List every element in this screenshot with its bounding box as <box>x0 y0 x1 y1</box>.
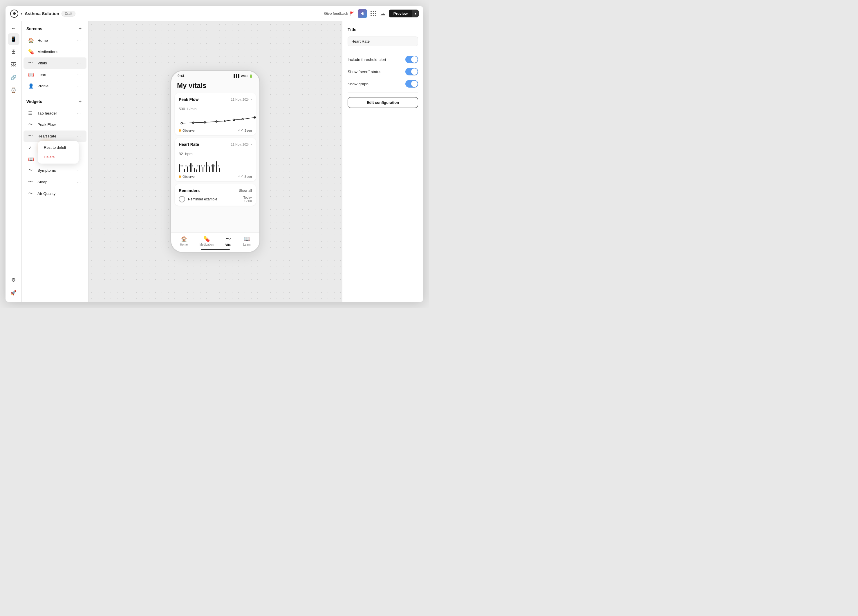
screen-item-vitals[interactable]: 〜 Vitals ··· <box>23 57 87 69</box>
widget-item-heart-rate[interactable]: 〜 Heart Rate ··· Rest to defult Delete <box>23 130 87 142</box>
screen-label-profile: Profile <box>37 84 76 88</box>
widget-label-sleep: Sleep <box>37 180 76 184</box>
chevron-right-icon2: › <box>251 143 252 146</box>
show-all-link[interactable]: Show all <box>239 189 252 192</box>
give-feedback-button[interactable]: Give feedback 🚩 <box>324 11 354 16</box>
show-graph-toggle[interactable] <box>405 80 418 88</box>
phone-nav-medication[interactable]: 💊 Medication <box>200 236 214 246</box>
widget-label-symptoms: Symptoms <box>37 168 76 172</box>
widget-item-sleep[interactable]: 〜 Sleep ··· <box>23 176 87 188</box>
screen-more-medications[interactable]: ··· <box>76 49 82 54</box>
right-panel: Title Include threshold alert Show "seen… <box>342 21 423 302</box>
draft-badge: Draft <box>62 11 75 17</box>
medications-icon: 💊 <box>28 49 34 54</box>
phone-nav-medication-label: Medication <box>200 243 214 246</box>
screens-title: Screens <box>26 26 42 31</box>
sidebar-icon-connect[interactable]: 🔗 <box>8 71 19 83</box>
preview-button[interactable]: Preview <box>389 9 412 17</box>
phone-home-indicator <box>201 249 230 250</box>
sidebar-icon-settings[interactable]: ⚙ <box>8 274 19 286</box>
screen-label-vitals: Vitals <box>37 61 76 65</box>
home-icon: 🏠 <box>28 38 34 43</box>
widget-item-air-quality[interactable]: 〜 Air Quality ··· <box>23 188 87 199</box>
learn-icon: 📖 <box>28 72 34 78</box>
signal-icon: ▐▐▐ <box>232 74 239 78</box>
context-menu-reset[interactable]: Rest to defult <box>40 143 77 152</box>
sleep-icon: 〜 <box>28 179 34 185</box>
phone-nav-learn[interactable]: 📖 Learn <box>243 236 251 246</box>
screen-item-learn[interactable]: 📖 Learn ··· <box>23 69 87 80</box>
sidebar-icon-rocket[interactable]: 🚀 <box>8 287 19 298</box>
back-button[interactable]: ← <box>10 25 17 32</box>
heart-rate-date: 11 Nov, 2024 › <box>231 143 252 146</box>
widgets-section-header: Widgets + <box>22 94 88 107</box>
screen-more-home[interactable]: ··· <box>76 37 82 43</box>
peak-flow-date: 11 Nov, 2024 › <box>231 98 252 101</box>
threshold-toggle-knob <box>411 56 418 63</box>
widget-more-sleep[interactable]: ··· <box>76 179 82 185</box>
screen-item-home[interactable]: 🏠 Home ··· <box>23 35 87 46</box>
heart-rate-observe: Observe <box>179 175 195 178</box>
phone-nav-vital-icon: 〜 <box>226 236 231 242</box>
add-widget-button[interactable]: + <box>76 98 84 105</box>
topbar-left: ⊕ ▾ Asthma Solution Draft <box>10 9 321 18</box>
profile-icon: 👤 <box>28 83 34 89</box>
phone-status-icons: ▐▐▐ WiFi 🔋 <box>232 74 253 78</box>
divider-2 <box>348 92 418 93</box>
phone-nav-vital[interactable]: 〜 Vital <box>225 236 232 247</box>
widget-more-heart-rate[interactable]: ··· <box>76 133 82 139</box>
context-menu-delete[interactable]: Delete <box>40 152 77 162</box>
preview-dropdown-button[interactable]: ▾ <box>412 10 419 17</box>
screen-item-profile[interactable]: 👤 Profile ··· <box>23 80 87 92</box>
seen-status-toggle[interactable] <box>405 68 418 75</box>
preview-button-wrap: Preview ▾ <box>389 9 419 17</box>
phone-nav-learn-label: Learn <box>243 243 251 246</box>
screen-item-medications[interactable]: 💊 Medications ··· <box>23 46 87 57</box>
sidebar-icon-phone[interactable]: 📱 <box>8 33 19 45</box>
reminder-item: Reminder example Today 12:00 <box>179 196 252 203</box>
sidebar-icon-gallery[interactable]: 🖼 <box>8 59 19 70</box>
peak-flow-seen: ✓✓ Seen <box>238 129 252 132</box>
seen-status-label: Show "seen" status <box>348 70 381 74</box>
phone-nav-medication-icon: 💊 <box>204 236 210 242</box>
battery-icon: 🔋 <box>249 74 253 78</box>
sidebar-icon-watch[interactable]: ⌚ <box>8 84 19 96</box>
threshold-toggle[interactable] <box>405 56 418 63</box>
show-graph-toggle-knob <box>411 81 418 87</box>
app-logo: ⊕ <box>10 9 18 18</box>
reminders-icon: ✓ <box>28 145 34 151</box>
chevron-down-icon[interactable]: ▾ <box>20 12 22 16</box>
phone-status-bar: 9:41 ▐▐▐ WiFi 🔋 <box>171 71 260 79</box>
screen-more-profile[interactable]: ··· <box>76 83 82 89</box>
reminders-card: Reminders Show all Reminder example Toda… <box>175 184 256 206</box>
screen-more-vitals[interactable]: ··· <box>76 61 82 66</box>
widget-item-symptoms[interactable]: 〜 Symptoms ··· <box>23 165 87 176</box>
center-canvas: 9:41 ▐▐▐ WiFi 🔋 My vitals Peak Flow <box>89 21 342 302</box>
widget-label-heart-rate: Heart Rate <box>37 134 76 138</box>
widget-more-tab-header[interactable]: ··· <box>76 110 82 116</box>
phone-nav-home-label: Home <box>180 243 188 246</box>
apps-grid-icon[interactable] <box>370 11 377 16</box>
screen-label-home: Home <box>37 38 76 43</box>
main-area: ← 📱 🗄 🖼 🔗 ⌚ ⚙ 🚀 Screens + 🏠 Home ··· <box>6 21 423 302</box>
screen-more-learn[interactable]: ··· <box>76 71 82 78</box>
widget-item-tab-header[interactable]: ☰ Tab header ··· <box>23 108 87 119</box>
widget-more-air-quality[interactable]: ··· <box>76 191 82 197</box>
widget-more-peak-flow[interactable]: ··· <box>76 122 82 127</box>
phone-screen-title: My vitals <box>171 79 260 93</box>
phone-nav-home[interactable]: 🏠 Home <box>180 236 188 246</box>
widget-item-peak-flow[interactable]: 〜 Peak Flow ··· <box>23 119 87 130</box>
symptoms-icon: 〜 <box>28 168 34 174</box>
title-input[interactable] <box>348 37 418 46</box>
left-panel: Screens + 🏠 Home ··· 💊 Medications ··· 〜… <box>22 21 89 302</box>
peak-flow-icon: 〜 <box>28 121 34 127</box>
cloud-icon[interactable]: ☁ <box>380 11 385 17</box>
threshold-label: Include threshold alert <box>348 57 386 62</box>
widgets-title: Widgets <box>26 99 42 104</box>
heart-rate-card: Heart Rate 11 Nov, 2024 › 82 bpm <box>175 138 256 181</box>
add-screen-button[interactable]: + <box>76 25 84 32</box>
sidebar-icon-data[interactable]: 🗄 <box>8 46 19 58</box>
widget-more-symptoms[interactable]: ··· <box>76 168 82 174</box>
reminders-title: Reminders <box>179 188 200 193</box>
edit-config-button[interactable]: Edit configuration <box>348 97 418 108</box>
